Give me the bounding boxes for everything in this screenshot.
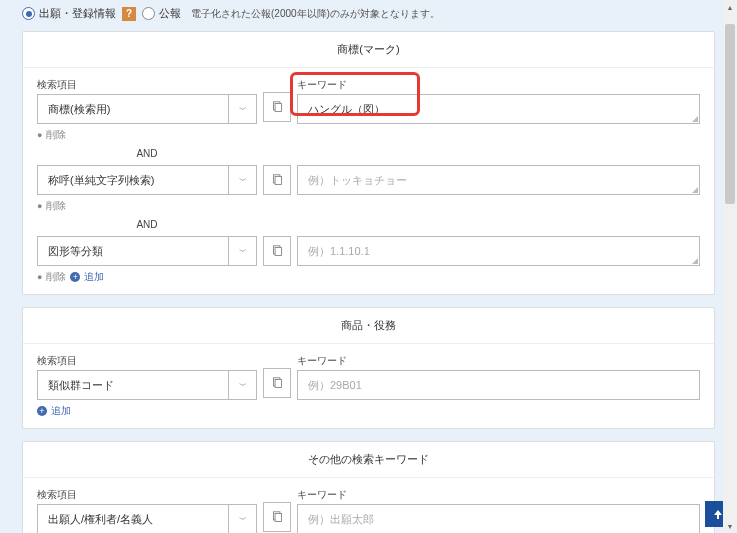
panel-title: 商品・役務	[23, 308, 714, 344]
chevron-down-icon: ﹀	[228, 237, 256, 265]
select-trademark[interactable]: 商標(検索用) ﹀	[37, 94, 257, 124]
and-operator: AND	[87, 148, 207, 159]
gazette-note: 電子化された公報(2000年以降)のみが対象となります。	[191, 7, 440, 21]
vertical-scrollbar[interactable]: ▲ ▼	[723, 0, 737, 533]
panel-title: その他の検索キーワード	[23, 442, 714, 478]
panel-other-keywords: その他の検索キーワード 検索項目 出願人/権利者/名義人 ﹀	[22, 441, 715, 533]
add-link-row: + 追加	[37, 404, 700, 418]
radio-checked-icon	[22, 7, 35, 20]
label-keyword: キーワード	[297, 78, 700, 92]
radio-application-info[interactable]: 出願・登録情報	[22, 6, 116, 21]
add-link[interactable]: 追加	[51, 404, 71, 418]
scroll-up-arrow[interactable]: ▲	[723, 0, 737, 14]
scrollbar-track[interactable]	[725, 14, 735, 519]
label-search-item: 検索項目	[37, 78, 257, 92]
label-search-item: 検索項目	[37, 354, 257, 368]
plus-icon: +	[37, 406, 47, 416]
copy-button[interactable]	[263, 92, 291, 122]
select-value: 出願人/権利者/名義人	[48, 512, 153, 527]
search-type-radios: 出願・登録情報 ? 公報 電子化された公報(2000年以降)のみが対象となります…	[22, 0, 715, 31]
delete-link-row: ● 削除	[37, 199, 700, 213]
svg-rect-5	[275, 247, 282, 255]
input-keyword-trademark[interactable]: ハングル（図）	[297, 94, 700, 124]
add-link[interactable]: 追加	[84, 270, 104, 284]
copy-icon	[271, 377, 284, 390]
svg-rect-9	[275, 513, 282, 521]
label-keyword: キーワード	[297, 488, 700, 502]
chevron-down-icon: ﹀	[228, 371, 256, 399]
copy-icon	[271, 101, 284, 114]
chevron-down-icon: ﹀	[228, 166, 256, 194]
select-pronunciation[interactable]: 称呼(単純文字列検索) ﹀	[37, 165, 257, 195]
select-value: 商標(検索用)	[48, 102, 110, 117]
input-value: ハングル（図）	[308, 103, 385, 115]
delete-link[interactable]: 削除	[46, 199, 66, 213]
panel-title: 商標(マーク)	[23, 32, 714, 68]
input-keyword-applicant[interactable]: 例）出願太郎	[297, 504, 700, 533]
select-similar-group[interactable]: 類似群コード ﹀	[37, 370, 257, 400]
panel-trademark: 商標(マーク) 検索項目 商標(検索用) ﹀	[22, 31, 715, 295]
svg-rect-7	[275, 379, 282, 387]
delete-link[interactable]: 削除	[46, 270, 66, 284]
svg-rect-3	[275, 176, 282, 184]
delete-add-row: ● 削除 + 追加	[37, 270, 700, 284]
input-placeholder: 例）29B01	[308, 379, 362, 391]
select-figure-class[interactable]: 図形等分類 ﹀	[37, 236, 257, 266]
copy-button[interactable]	[263, 165, 291, 195]
copy-button[interactable]	[263, 368, 291, 398]
input-placeholder: 例）1.1.10.1	[308, 245, 370, 257]
select-applicant[interactable]: 出願人/権利者/名義人 ﹀	[37, 504, 257, 533]
copy-button[interactable]	[263, 236, 291, 266]
bullet-icon: ●	[37, 130, 42, 140]
delete-link[interactable]: 削除	[46, 128, 66, 142]
bullet-icon: ●	[37, 201, 42, 211]
scrollbar-thumb[interactable]	[725, 24, 735, 204]
scroll-down-arrow[interactable]: ▼	[723, 519, 737, 533]
bullet-icon: ●	[37, 272, 42, 282]
delete-link-row: ● 削除	[37, 128, 700, 142]
chevron-down-icon: ﹀	[228, 95, 256, 123]
copy-icon	[271, 245, 284, 258]
plus-icon: +	[70, 272, 80, 282]
select-value: 類似群コード	[48, 378, 114, 393]
radio-unchecked-icon	[142, 7, 155, 20]
help-icon[interactable]: ?	[122, 7, 136, 21]
radio-label: 公報	[159, 6, 181, 21]
select-value: 図形等分類	[48, 244, 103, 259]
svg-rect-1	[275, 103, 282, 111]
copy-button[interactable]	[263, 502, 291, 532]
label-keyword: キーワード	[297, 354, 700, 368]
chevron-down-icon: ﹀	[228, 505, 256, 533]
input-keyword-figure[interactable]: 例）1.1.10.1	[297, 236, 700, 266]
input-placeholder: 例）出願太郎	[308, 513, 374, 525]
and-operator: AND	[87, 219, 207, 230]
radio-gazette[interactable]: 公報	[142, 6, 181, 21]
input-keyword-pronunciation[interactable]: 例）トッキョチョー	[297, 165, 700, 195]
panel-goods-services: 商品・役務 検索項目 類似群コード ﹀	[22, 307, 715, 429]
input-keyword-similar-group[interactable]: 例）29B01	[297, 370, 700, 400]
input-placeholder: 例）トッキョチョー	[308, 174, 407, 186]
select-value: 称呼(単純文字列検索)	[48, 173, 154, 188]
label-search-item: 検索項目	[37, 488, 257, 502]
copy-icon	[271, 511, 284, 524]
radio-label: 出願・登録情報	[39, 6, 116, 21]
copy-icon	[271, 174, 284, 187]
